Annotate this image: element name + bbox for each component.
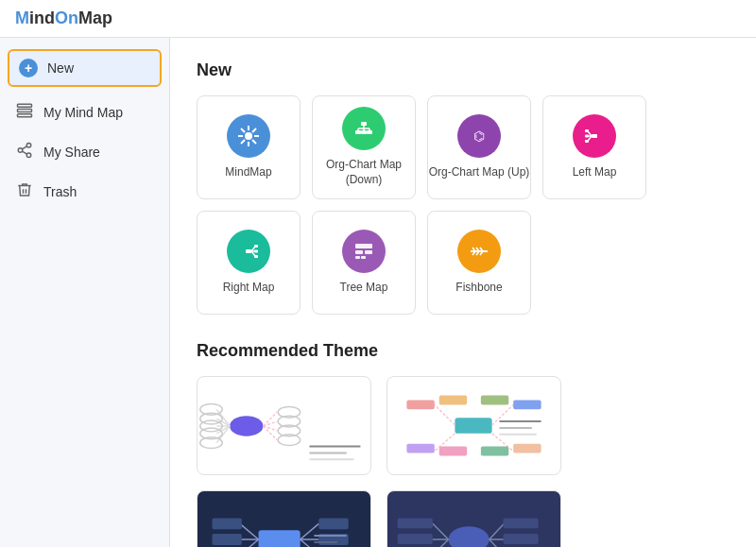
sidebar-item-trash[interactable]: Trash [0, 172, 169, 212]
left-map-icon [573, 114, 616, 158]
theme-preview-4 [387, 491, 560, 547]
map-card-fishbone[interactable]: Fishbone [427, 211, 531, 315]
svg-line-73 [263, 426, 277, 431]
svg-point-9 [245, 132, 252, 140]
svg-line-6 [22, 151, 26, 154]
svg-rect-125 [503, 534, 538, 544]
svg-point-3 [26, 144, 31, 148]
svg-rect-98 [259, 530, 301, 547]
svg-rect-88 [513, 401, 541, 410]
svg-rect-91 [406, 444, 434, 453]
mindmap-icon [227, 114, 270, 158]
svg-rect-26 [361, 130, 367, 134]
svg-rect-45 [254, 255, 258, 258]
fishbone-label: Fishbone [455, 281, 502, 296]
org-chart-down-label: Org-Chart Map(Down) [326, 158, 402, 187]
svg-line-117 [433, 539, 449, 547]
sidebar-item-trash-label: Trash [43, 184, 77, 199]
theme-section-title: Recommended Theme [197, 341, 730, 361]
svg-line-7 [22, 146, 26, 149]
tree-map-icon [342, 230, 386, 273]
svg-line-101 [240, 539, 259, 547]
svg-rect-44 [254, 250, 258, 253]
svg-rect-119 [398, 534, 433, 544]
svg-line-121 [490, 523, 505, 539]
svg-rect-118 [398, 518, 433, 528]
sidebar-item-my-share-label: My Share [43, 145, 100, 160]
svg-line-105 [301, 523, 319, 539]
map-card-org-chart-up[interactable]: ⌬ Org-Chart Map (Up) [427, 95, 531, 199]
svg-rect-2 [18, 114, 32, 117]
svg-rect-47 [355, 244, 372, 248]
content-area: New [170, 38, 756, 547]
svg-rect-92 [439, 447, 467, 456]
svg-point-4 [18, 148, 23, 153]
sidebar-item-new[interactable]: + New [8, 49, 162, 87]
theme-card-2[interactable] [387, 376, 561, 475]
logo-text: MindOnMap [15, 9, 112, 28]
svg-line-115 [433, 523, 449, 539]
right-map-label: Right Map [223, 281, 275, 296]
svg-rect-37 [585, 140, 589, 143]
svg-rect-124 [503, 518, 538, 528]
map-card-right-map[interactable]: Right Map [197, 211, 301, 315]
svg-point-5 [26, 153, 31, 158]
svg-rect-49 [365, 250, 372, 254]
svg-line-61 [216, 409, 230, 426]
svg-rect-35 [585, 129, 589, 132]
svg-rect-93 [481, 447, 508, 456]
svg-rect-85 [406, 401, 434, 410]
main-layout: + New My Mind Map [0, 38, 756, 547]
sidebar-item-my-share[interactable]: My Share [0, 132, 169, 172]
theme-preview-1 [198, 377, 370, 474]
share-icon [15, 142, 34, 162]
right-map-icon [227, 230, 270, 273]
svg-line-72 [263, 421, 277, 426]
svg-rect-102 [212, 518, 241, 529]
svg-rect-86 [439, 396, 467, 405]
theme-card-1[interactable] [197, 376, 371, 475]
svg-point-60 [230, 416, 263, 436]
svg-rect-87 [481, 396, 508, 405]
svg-rect-48 [355, 250, 363, 254]
org-chart-up-icon: ⌬ [457, 114, 501, 158]
org-chart-down-icon [342, 107, 386, 150]
left-map-label: Left Map [573, 165, 617, 180]
svg-rect-50 [355, 256, 360, 259]
svg-rect-1 [18, 110, 32, 112]
svg-rect-19 [361, 122, 367, 126]
map-card-mindmap[interactable]: MindMap [197, 95, 301, 199]
theme-preview-2 [387, 377, 560, 474]
sidebar-item-my-mind-map-label: My Mind Map [43, 105, 123, 120]
svg-rect-43 [254, 245, 258, 248]
svg-rect-94 [513, 444, 541, 453]
fishbone-icon [457, 230, 501, 273]
sidebar-item-my-mind-map[interactable]: My Mind Map [0, 93, 169, 132]
theme-card-4[interactable] [387, 490, 561, 547]
svg-rect-51 [361, 256, 366, 259]
tree-map-label: Tree Map [340, 281, 388, 296]
map-card-org-chart-down[interactable]: Org-Chart Map(Down) [312, 95, 416, 199]
layers-icon [15, 102, 34, 123]
mindmap-label: MindMap [225, 165, 271, 180]
svg-rect-25 [355, 130, 361, 134]
new-section-title: New [197, 60, 730, 80]
new-plus-icon: + [19, 59, 38, 77]
map-card-left-map[interactable]: Left Map [542, 95, 646, 199]
svg-rect-0 [18, 104, 32, 107]
svg-rect-82 [455, 418, 491, 434]
logo: MindOnMap [15, 9, 112, 28]
theme-card-3[interactable] [197, 490, 371, 547]
svg-line-99 [240, 523, 259, 539]
svg-text:⌬: ⌬ [473, 128, 485, 144]
org-chart-up-label: Org-Chart Map (Up) [429, 165, 530, 180]
map-type-grid: MindMap [197, 95, 730, 315]
map-card-tree-map[interactable]: Tree Map [312, 211, 416, 315]
svg-line-65 [216, 426, 230, 443]
svg-rect-36 [585, 135, 589, 138]
header: MindOnMap [0, 0, 756, 38]
theme-grid [197, 376, 730, 547]
svg-line-83 [435, 404, 455, 425]
svg-point-114 [449, 526, 490, 547]
svg-point-46 [352, 239, 376, 264]
